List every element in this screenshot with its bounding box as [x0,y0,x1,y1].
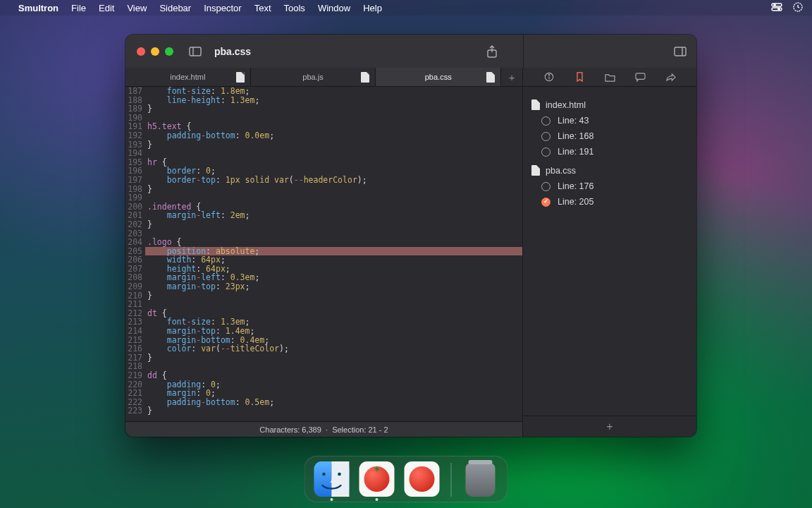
menu-window[interactable]: Window [318,3,350,13]
sidebar-bookmark[interactable]: Line: 191 [531,144,691,159]
dock-smultron-alt[interactable] [405,461,440,497]
code-line[interactable]: } [145,291,522,301]
sidebar-bookmark-label: Line: 168 [558,131,593,141]
toggle-right-panel-button[interactable] [674,47,687,56]
svg-rect-5 [190,47,201,56]
circle-icon[interactable] [541,147,550,157]
sidebar-bookmark[interactable]: Line: 168 [531,128,691,144]
code-line[interactable]: } [145,353,522,363]
add-bookmark-button[interactable]: + [523,416,696,437]
share-arrow-icon[interactable] [665,72,676,83]
line-number: 194 [125,149,142,158]
line-number: 199 [125,193,142,202]
line-number: 211 [125,300,142,309]
svg-point-2 [774,4,775,5]
code-line[interactable] [145,114,522,123]
dock-smultron[interactable]: ✶ [359,461,395,497]
status-chars-label: Characters: [259,425,300,434]
sidebar-file[interactable]: pba.css [531,165,691,176]
minimize-button[interactable] [151,47,159,56]
code-line[interactable] [145,362,522,371]
svg-point-3 [778,8,780,9]
line-number: 223 [125,406,142,416]
code-line[interactable]: padding-bottom: 0.5em; [145,398,522,407]
comment-icon[interactable] [635,72,646,83]
sidebar-bookmark[interactable]: Line: 176 [531,179,691,194]
close-button[interactable] [137,47,145,56]
folder-icon[interactable] [605,72,615,83]
code-line[interactable]: } [145,185,522,194]
sidebar-bookmark-label: Line: 176 [558,181,593,191]
code-line[interactable]: border-top: 1px solid var(--headerColor)… [145,176,522,185]
zoom-button[interactable] [165,47,173,56]
control-center-icon[interactable] [771,1,782,15]
line-number: 219 [125,371,142,380]
code-line[interactable] [145,193,522,202]
line-number: 204 [125,238,142,247]
svg-rect-0 [772,4,782,6]
code-line[interactable]: margin-top: 23px; [145,282,522,291]
code-area[interactable]: font-size: 1.8em; line-height: 1.3em;}h5… [145,87,522,421]
svg-point-12 [548,74,549,75]
sidebar-bookmark-label: Line: 205 [558,197,593,207]
dock-trash[interactable] [466,463,496,497]
circle-icon[interactable] [541,132,550,141]
code-line[interactable]: } [145,220,522,229]
window-title: pba.css [214,46,251,57]
line-number: 221 [125,389,142,398]
dock-separator [451,463,452,497]
line-number: 202 [125,220,142,229]
line-number: 189 [125,104,142,114]
document-icon [361,72,369,83]
code-line[interactable]: } [145,104,522,114]
line-number-gutter: 1871881891901911921931941951961971981992… [125,87,145,421]
status-bar: Characters: 6,389 · Selection: 21 - 2 [125,421,522,437]
info-icon[interactable] [544,72,555,83]
code-line[interactable]: margin-left: 2em; [145,211,522,220]
code-line[interactable] [145,300,522,309]
toggle-sidebar-button[interactable] [189,47,202,56]
menu-file[interactable]: File [71,3,86,13]
share-button[interactable] [486,45,498,58]
menu-inspector[interactable]: Inspector [204,3,241,13]
checkmark-icon[interactable] [541,198,550,207]
tab-index-html[interactable]: index.html [125,68,251,86]
code-line[interactable]: padding-bottom: 0.0em; [145,131,522,140]
circle-icon[interactable] [541,116,550,126]
menu-view[interactable]: View [127,3,147,13]
code-line[interactable]: line-height: 1.3em; [145,96,522,105]
bookmark-list: index.htmlLine: 43Line: 168Line: 191pba.… [523,87,696,416]
line-number: 209 [125,282,142,291]
document-icon [531,165,540,176]
tab-pba-js[interactable]: pba.js [251,68,376,86]
status-chars: 6,389 [302,425,321,434]
code-line[interactable]: } [145,406,522,416]
dock-finder[interactable] [314,461,350,497]
circle-icon[interactable] [541,182,550,191]
tab-label: pba.js [302,73,323,81]
menu-help[interactable]: Help [363,3,382,13]
clock-icon[interactable] [792,1,804,15]
menu-text[interactable]: Text [254,3,271,13]
code-line[interactable] [145,229,522,238]
sidebar-file-name: index.html [546,100,586,110]
sidebar-bookmark[interactable]: Line: 205 [531,194,691,210]
code-line[interactable]: } [145,140,522,150]
menu-tools[interactable]: Tools [284,3,305,13]
inspector-pane: index.htmlLine: 43Line: 168Line: 191pba.… [523,68,696,437]
menu-sidebar[interactable]: Sidebar [159,3,191,13]
document-icon [531,99,540,110]
sidebar-file[interactable]: index.html [531,99,691,110]
menu-edit[interactable]: Edit [99,3,114,13]
status-sep: · [326,425,328,434]
code-editor[interactable]: 1871881891901911921931941951961971981992… [125,87,522,421]
new-tab-button[interactable]: + [501,68,522,86]
line-number: 206 [125,255,142,265]
app-menu[interactable]: Smultron [18,3,59,13]
menubar: Smultron File Edit View Sidebar Inspecto… [0,0,812,16]
bookmark-icon[interactable] [574,72,585,83]
code-line[interactable]: color: var(--titleColor); [145,344,522,353]
tab-pba-css[interactable]: pba.css [376,68,501,86]
code-line[interactable] [145,149,522,158]
sidebar-bookmark[interactable]: Line: 43 [531,113,691,128]
